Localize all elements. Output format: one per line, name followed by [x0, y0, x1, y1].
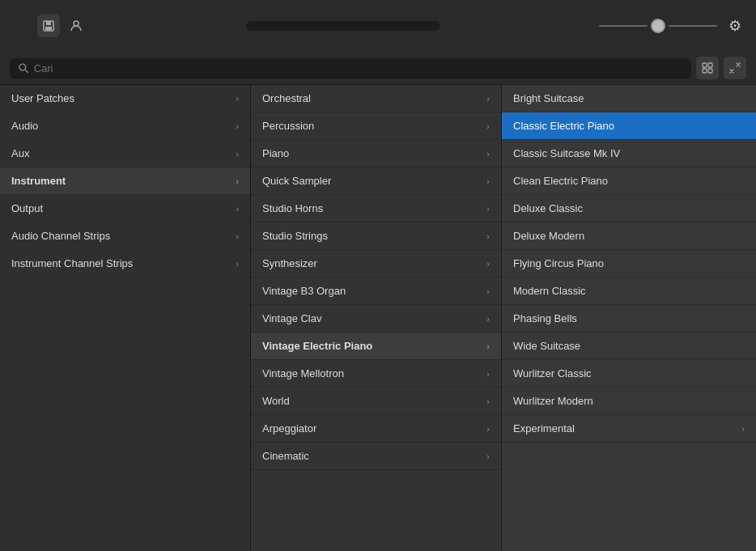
right-list-item[interactable]: Phasing Bells	[502, 305, 756, 333]
mid-menu-label: World	[262, 395, 290, 407]
right-list-item[interactable]: Deluxe Classic	[502, 195, 756, 223]
settings-button[interactable]: ⚙	[724, 15, 746, 37]
slider-track-right	[669, 25, 717, 27]
mid-menu-label: Quick Sampler	[262, 175, 331, 187]
left-menu-item[interactable]: Audio Channel Strips›	[0, 223, 250, 250]
chevron-right-icon: ›	[486, 396, 490, 406]
pane-mid: Orchestral›Percussion›Piano›Quick Sample…	[251, 85, 502, 551]
share-button[interactable]	[65, 15, 87, 37]
mid-menu-label: Cinematic	[262, 450, 309, 462]
chevron-right-icon: ›	[486, 259, 490, 269]
right-list-item[interactable]: Experimental›	[502, 415, 756, 443]
search-input[interactable]	[34, 62, 683, 74]
left-menu-item[interactable]: Output›	[0, 195, 250, 223]
save-button[interactable]	[37, 15, 60, 37]
left-menu-label: User Patches	[11, 92, 74, 104]
right-item-label: Bright Suitcase	[513, 92, 584, 104]
chevron-right-icon: ›	[236, 176, 239, 186]
mid-menu-item[interactable]: Arpeggiator›	[251, 415, 501, 443]
svg-rect-1	[46, 21, 51, 25]
dropdown-button[interactable]	[10, 15, 32, 37]
left-menu-item[interactable]: Audio›	[0, 112, 250, 140]
chevron-right-icon: ›	[486, 286, 490, 296]
right-item-label: Classic Suitcase Mk IV	[513, 147, 620, 159]
mid-menu-item[interactable]: Cinematic›	[251, 443, 501, 470]
left-menu-label: Audio Channel Strips	[11, 230, 110, 242]
top-bar-right: ⚙	[599, 15, 746, 37]
mid-menu-item[interactable]: Vintage Clav›	[251, 305, 501, 333]
slider-knob[interactable]	[651, 19, 665, 33]
mid-menu-item[interactable]: Studio Horns›	[251, 195, 501, 223]
mid-menu-item[interactable]: Orchestral›	[251, 85, 501, 112]
chevron-right-icon: ›	[236, 259, 239, 269]
mid-menu-item[interactable]: Vintage Mellotron›	[251, 360, 501, 388]
search-icon	[18, 62, 29, 74]
mid-menu-item[interactable]: Studio Strings›	[251, 223, 501, 250]
right-item-label: Deluxe Modern	[513, 230, 584, 242]
svg-line-5	[25, 70, 28, 72]
right-list-item[interactable]: Classic Electric Piano	[502, 112, 756, 140]
left-menu-item[interactable]: User Patches›	[0, 85, 250, 112]
collapse-button[interactable]	[724, 57, 746, 79]
chevron-right-icon: ›	[741, 424, 745, 434]
chevron-right-icon: ›	[236, 94, 239, 104]
mid-menu-item[interactable]: Vintage Electric Piano›	[251, 333, 501, 360]
top-bar-left	[10, 15, 87, 37]
chevron-right-icon: ›	[486, 176, 490, 186]
save-icon	[42, 19, 55, 32]
left-menu-item[interactable]: Instrument Channel Strips›	[0, 250, 250, 278]
svg-rect-9	[708, 69, 712, 73]
mid-menu-item[interactable]: Percussion›	[251, 112, 501, 140]
right-item-label: Classic Electric Piano	[513, 120, 614, 132]
right-list-item[interactable]: Wurlitzer Modern	[502, 388, 756, 415]
chevron-right-icon: ›	[486, 204, 490, 214]
collapse-icon	[728, 61, 741, 74]
right-item-label: Deluxe Classic	[513, 202, 583, 214]
mid-menu-label: Vintage B3 Organ	[262, 285, 346, 297]
svg-rect-8	[703, 69, 707, 73]
mid-menu-item[interactable]: Vintage B3 Organ›	[251, 278, 501, 305]
mid-menu-item[interactable]: Synthesizer›	[251, 250, 501, 278]
right-list-item[interactable]: Wide Suitcase	[502, 333, 756, 360]
chevron-right-icon: ›	[486, 149, 490, 159]
right-item-label: Phasing Bells	[513, 312, 577, 324]
chevron-right-icon: ›	[486, 94, 490, 104]
chevron-right-icon: ›	[486, 314, 490, 324]
volume-slider[interactable]	[599, 19, 717, 33]
left-menu-item[interactable]: Aux›	[0, 140, 250, 167]
mid-menu-label: Vintage Electric Piano	[262, 340, 372, 352]
grid-icon	[701, 61, 714, 74]
nav-pill	[246, 21, 440, 31]
chevron-right-icon: ›	[486, 451, 490, 461]
left-menu-item[interactable]: Instrument›	[0, 167, 250, 195]
right-list-item[interactable]: Classic Suitcase Mk IV	[502, 140, 756, 167]
right-list-item[interactable]: Clean Electric Piano	[502, 167, 756, 195]
mid-menu-label: Synthesizer	[262, 257, 317, 269]
right-list-item[interactable]: Wurlitzer Classic	[502, 360, 756, 388]
mid-menu-label: Percussion	[262, 120, 314, 132]
left-menu-label: Aux	[11, 147, 29, 159]
svg-point-4	[19, 64, 26, 70]
mid-menu-label: Studio Horns	[262, 202, 323, 214]
chevron-right-icon: ›	[486, 121, 490, 131]
left-menu-label: Instrument	[11, 175, 66, 187]
right-list-item[interactable]: Flying Circus Piano	[502, 250, 756, 278]
search-bar	[0, 52, 756, 85]
right-list-item[interactable]: Modern Classic	[502, 278, 756, 305]
right-item-label: Flying Circus Piano	[513, 257, 604, 269]
center-nav	[94, 21, 592, 31]
right-item-label: Experimental	[513, 422, 575, 434]
mid-menu-item[interactable]: World›	[251, 388, 501, 415]
left-menu-label: Output	[11, 202, 43, 214]
grid-view-button[interactable]	[696, 57, 719, 79]
search-input-wrap	[10, 58, 691, 78]
right-item-label: Modern Classic	[513, 285, 586, 297]
right-list-item[interactable]: Deluxe Modern	[502, 223, 756, 250]
right-list-item[interactable]: Bright Suitcase	[502, 85, 756, 112]
mid-menu-label: Vintage Clav	[262, 312, 321, 324]
mid-menu-item[interactable]: Piano›	[251, 140, 501, 167]
mid-menu-item[interactable]: Quick Sampler›	[251, 167, 501, 195]
svg-point-3	[74, 21, 79, 26]
settings-icon: ⚙	[728, 17, 741, 35]
mid-menu-label: Orchestral	[262, 92, 311, 104]
